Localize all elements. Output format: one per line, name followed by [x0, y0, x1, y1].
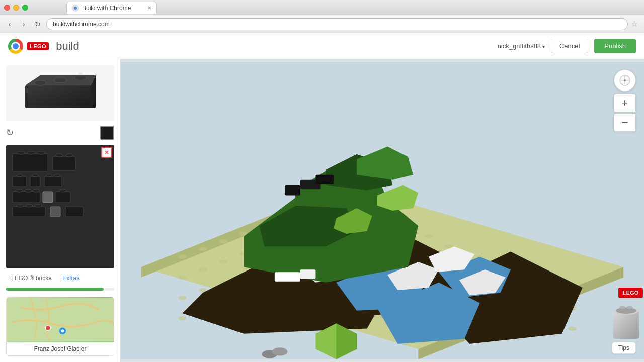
build-label: build: [56, 40, 79, 53]
svg-rect-19: [44, 176, 62, 187]
svg-point-32: [35, 204, 42, 207]
svg-point-156: [624, 79, 626, 81]
svg-text:LEGO: LEGO: [623, 290, 639, 296]
browser-tab[interactable]: Build with Chrome ✕: [66, 2, 157, 14]
sidebar-tabs: LEGO ® bricks Extras: [6, 273, 114, 284]
svg-point-28: [59, 189, 66, 192]
right-toolbar: + −: [614, 69, 636, 132]
svg-point-151: [626, 306, 632, 309]
svg-point-83: [178, 296, 186, 300]
delete-button[interactable]: ×: [101, 147, 112, 158]
brick-preview-svg: [20, 73, 101, 113]
address-input[interactable]: [46, 18, 628, 30]
tab-title: Build with Chrome: [82, 5, 131, 12]
svg-point-7: [74, 75, 87, 80]
svg-rect-135: [285, 185, 300, 195]
progress-bar: [6, 288, 104, 291]
svg-point-10: [27, 151, 35, 154]
svg-rect-139: [300, 269, 316, 279]
svg-point-143: [272, 347, 288, 355]
header-right: nick_griffiths88 Cancel Publish: [498, 39, 636, 53]
bookmark-icon[interactable]: ☆: [631, 19, 638, 29]
reload-button[interactable]: ↻: [32, 19, 43, 30]
svg-point-63: [178, 275, 186, 279]
svg-rect-26: [43, 192, 53, 203]
progress-bar-container: [6, 288, 114, 291]
svg-point-24: [25, 189, 32, 192]
svg-rect-27: [55, 192, 70, 203]
svg-point-150: [619, 306, 625, 309]
lego-scene-svg: LEGO: [121, 59, 644, 362]
chrome-logo: [8, 39, 23, 54]
compass-button[interactable]: [614, 69, 636, 92]
map-svg: [7, 297, 114, 342]
svg-point-5: [34, 80, 46, 85]
svg-point-44: [199, 247, 207, 251]
svg-rect-22: [13, 192, 40, 203]
forward-button[interactable]: ›: [18, 19, 29, 30]
canvas-area[interactable]: LEGO: [121, 59, 644, 362]
tab-close-button[interactable]: ✕: [147, 5, 151, 11]
close-window-button[interactable]: [4, 5, 10, 11]
publish-button[interactable]: Publish: [594, 39, 636, 53]
svg-point-38: [61, 329, 64, 332]
svg-rect-2: [25, 85, 96, 108]
brick-palette: ×: [6, 145, 114, 268]
svg-rect-147: [613, 311, 639, 339]
main-area: ↻ ×: [0, 59, 644, 362]
svg-point-9: [17, 151, 25, 154]
minimize-window-button[interactable]: [13, 5, 19, 11]
svg-point-64: [199, 267, 207, 272]
svg-rect-34: [65, 207, 83, 217]
zoom-in-button[interactable]: +: [614, 94, 636, 112]
location-card[interactable]: Franz Josef Glacier: [6, 297, 114, 356]
svg-rect-137: [315, 175, 334, 184]
svg-rect-12: [53, 156, 75, 170]
lego-badge: LEGO: [27, 42, 49, 50]
traffic-lights: [4, 5, 28, 11]
tab-extras[interactable]: Extras: [57, 273, 85, 284]
svg-point-43: [178, 255, 186, 259]
svg-point-14: [66, 154, 73, 157]
maximize-window-button[interactable]: [22, 5, 28, 11]
svg-point-18: [32, 174, 38, 177]
cancel-button[interactable]: Cancel: [551, 39, 588, 53]
svg-point-21: [54, 174, 60, 177]
tab-favicon: [72, 5, 79, 12]
svg-point-16: [17, 174, 23, 177]
color-swatch[interactable]: [100, 126, 114, 140]
svg-point-101: [178, 316, 186, 320]
location-map: [7, 297, 114, 342]
tips-button[interactable]: Tips: [612, 342, 636, 354]
svg-rect-35: [7, 298, 114, 341]
location-name: Franz Josef Glacier: [7, 342, 114, 355]
svg-point-55: [425, 234, 433, 238]
left-sidebar: ↻ ×: [0, 59, 121, 362]
svg-point-82: [568, 326, 576, 330]
app-content: LEGO build nick_griffiths88 Cancel Publi…: [0, 33, 644, 362]
svg-point-30: [17, 204, 24, 207]
svg-rect-29: [13, 207, 45, 217]
tab-lego-bricks[interactable]: LEGO ® bricks: [6, 273, 56, 284]
svg-point-149: [616, 308, 636, 314]
brick-controls: ↻: [6, 125, 114, 141]
header-logos: LEGO build: [8, 39, 79, 54]
user-name[interactable]: nick_griffiths88: [498, 42, 545, 50]
rotate-button[interactable]: ↻: [6, 127, 14, 138]
brick-preview: [6, 65, 114, 121]
address-bar-row: ‹ › ↻ ☆: [0, 15, 644, 33]
svg-point-31: [26, 204, 33, 207]
svg-point-45: [219, 239, 227, 243]
back-button[interactable]: ‹: [4, 19, 15, 30]
svg-point-36: [45, 326, 50, 331]
svg-point-13: [56, 154, 63, 157]
svg-point-1: [74, 7, 77, 10]
palette-svg: [10, 149, 108, 223]
svg-rect-15: [13, 176, 27, 187]
svg-point-23: [16, 189, 23, 192]
svg-point-20: [46, 174, 52, 177]
app-header: LEGO build nick_griffiths88 Cancel Publi…: [0, 33, 644, 59]
svg-point-11: [37, 151, 45, 154]
zoom-out-button[interactable]: −: [614, 114, 636, 132]
svg-point-25: [33, 189, 40, 192]
